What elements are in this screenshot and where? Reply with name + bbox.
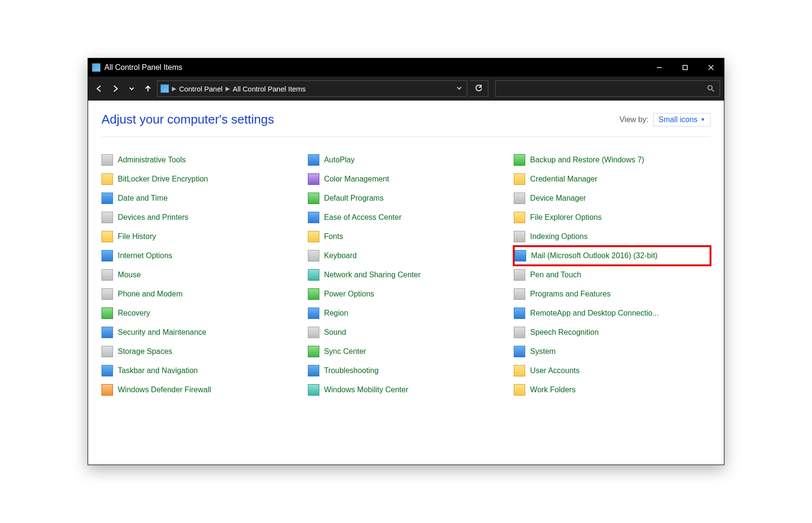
view-by-dropdown[interactable]: Small icons ▼ <box>653 113 710 126</box>
item-label: Mail (Microsoft Outlook 2016) (32-bit) <box>531 251 657 260</box>
item-icon <box>514 346 525 357</box>
control-panel-item[interactable]: Power Options <box>308 284 505 304</box>
control-panel-item[interactable]: Date and Time <box>102 189 298 208</box>
maximize-button[interactable] <box>672 58 698 77</box>
item-label: File History <box>118 232 156 241</box>
item-label: Color Management <box>324 175 389 183</box>
item-icon <box>308 231 319 242</box>
item-icon <box>102 384 113 396</box>
item-icon <box>514 327 525 338</box>
item-icon <box>514 173 525 185</box>
item-label: Programs and Features <box>530 290 610 298</box>
breadcrumb-root[interactable]: Control Panel <box>179 85 223 93</box>
item-label: Backup and Restore (Windows 7) <box>530 156 644 164</box>
arrow-right-icon <box>112 85 119 92</box>
item-icon <box>102 193 113 204</box>
refresh-button[interactable] <box>469 80 488 97</box>
control-panel-item[interactable]: User Accounts <box>514 361 710 380</box>
breadcrumb-current[interactable]: All Control Panel Items <box>233 85 306 93</box>
control-panel-item[interactable]: Phone and Modem <box>102 284 298 304</box>
item-label: Work Folders <box>530 386 575 394</box>
control-panel-item[interactable]: Keyboard <box>308 246 505 265</box>
control-panel-item[interactable]: Ease of Access Center <box>308 208 505 227</box>
address-bar[interactable]: ▶ Control Panel ▶ All Control Panel Item… <box>157 80 467 97</box>
control-panel-item[interactable]: Taskbar and Navigation <box>102 361 298 380</box>
control-panel-item[interactable]: Fonts <box>308 227 505 246</box>
close-button[interactable] <box>698 58 724 77</box>
control-panel-item[interactable]: Region <box>308 304 505 323</box>
control-panel-item[interactable]: Storage Spaces <box>102 342 298 361</box>
control-panel-item[interactable]: Recovery <box>102 304 298 323</box>
item-label: Taskbar and Navigation <box>118 366 198 375</box>
control-panel-item[interactable]: Security and Maintenance <box>102 323 298 342</box>
item-label: Power Options <box>324 290 374 298</box>
item-icon <box>308 269 319 281</box>
chevron-down-icon <box>456 85 462 91</box>
content-area: Adjust your computer's settings View by:… <box>88 101 724 465</box>
control-panel-item[interactable]: Work Folders <box>514 380 710 399</box>
item-label: Sound <box>324 328 346 337</box>
item-icon <box>514 231 525 242</box>
control-panel-item[interactable]: Credential Manager <box>514 170 710 189</box>
control-panel-item[interactable]: System <box>514 342 710 361</box>
control-panel-item[interactable]: Indexing Options <box>514 227 710 246</box>
item-icon <box>308 307 319 319</box>
window-controls <box>646 58 724 77</box>
search-input[interactable] <box>495 80 720 97</box>
control-panel-item[interactable]: File Explorer Options <box>514 208 710 227</box>
item-icon <box>514 384 525 396</box>
up-button[interactable] <box>141 81 155 96</box>
minimize-button[interactable] <box>646 58 672 77</box>
control-panel-item[interactable]: Default Programs <box>308 189 505 208</box>
control-panel-item[interactable]: File History <box>102 227 298 246</box>
control-panel-item[interactable]: Color Management <box>308 170 505 189</box>
close-icon <box>708 65 714 70</box>
control-panel-item[interactable]: Mouse <box>102 265 298 284</box>
control-panel-item[interactable]: Pen and Touch <box>514 265 710 284</box>
control-panel-item[interactable]: Administrative Tools <box>102 150 298 170</box>
control-panel-item[interactable]: RemoteApp and Desktop Connectio... <box>514 304 710 323</box>
address-dropdown-button[interactable] <box>454 85 464 92</box>
control-panel-item[interactable]: Device Manager <box>514 189 710 208</box>
arrow-left-icon <box>95 85 103 92</box>
item-label: Storage Spaces <box>118 347 172 356</box>
item-label: Fonts <box>324 232 343 241</box>
control-panel-item[interactable]: Internet Options <box>102 246 298 265</box>
control-panel-item[interactable]: Backup and Restore (Windows 7) <box>514 150 710 170</box>
item-icon <box>102 231 113 242</box>
svg-point-4 <box>708 86 712 90</box>
search-icon <box>707 85 715 92</box>
back-button[interactable] <box>92 81 106 96</box>
caret-down-icon: ▼ <box>700 117 705 122</box>
item-label: Administrative Tools <box>118 156 186 164</box>
item-label: Date and Time <box>118 194 168 203</box>
control-panel-item[interactable]: Programs and Features <box>514 284 710 304</box>
window-frame: All Control Panel Items <box>88 58 724 465</box>
control-panel-item[interactable]: Windows Mobility Center <box>308 380 505 399</box>
control-panel-item[interactable]: AutoPlay <box>308 150 505 170</box>
control-panel-item[interactable]: Speech Recognition <box>514 323 710 342</box>
item-label: BitLocker Drive Encryption <box>118 175 208 183</box>
control-panel-item[interactable]: Windows Defender Firewall <box>102 380 298 399</box>
arrow-up-icon <box>144 85 152 92</box>
control-panel-item[interactable]: Network and Sharing Center <box>308 265 505 284</box>
control-panel-item[interactable]: Troubleshooting <box>308 361 505 380</box>
control-panel-item[interactable]: Devices and Printers <box>102 208 298 227</box>
svg-rect-1 <box>683 66 688 70</box>
control-panel-item[interactable]: Sound <box>308 323 505 342</box>
control-panel-item[interactable]: Sync Center <box>308 342 505 361</box>
chevron-down-icon <box>129 86 135 91</box>
item-icon <box>308 346 319 357</box>
forward-button[interactable] <box>108 81 123 96</box>
item-icon <box>102 154 113 166</box>
view-by-value: Small icons <box>658 115 698 124</box>
item-label: Windows Mobility Center <box>324 386 408 394</box>
item-icon <box>514 154 525 166</box>
titlebar: All Control Panel Items <box>88 58 724 77</box>
control-panel-item[interactable]: Mail (Microsoft Outlook 2016) (32-bit) <box>514 246 710 265</box>
recent-locations-button[interactable] <box>124 81 139 96</box>
control-panel-item[interactable]: BitLocker Drive Encryption <box>102 170 298 189</box>
item-label: Region <box>324 309 349 318</box>
item-label: Troubleshooting <box>324 366 379 375</box>
item-label: User Accounts <box>530 366 579 375</box>
